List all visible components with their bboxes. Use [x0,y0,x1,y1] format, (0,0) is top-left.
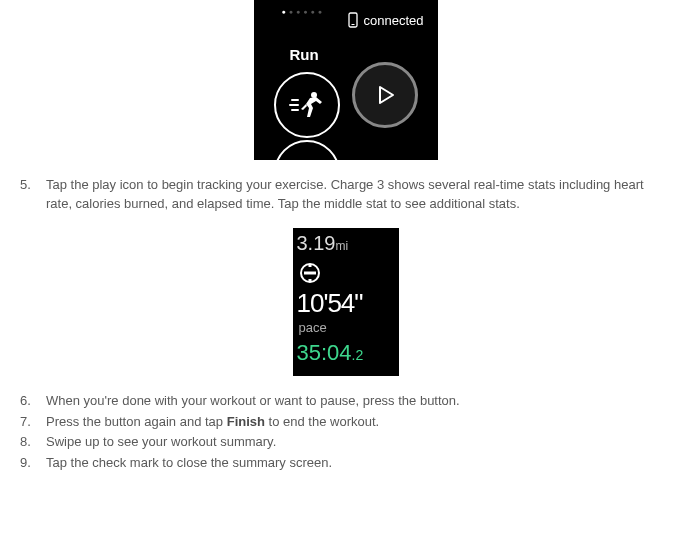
step-number: 8. [18,433,46,452]
runner-icon [288,90,326,120]
next-mode-circle [274,140,340,160]
svg-rect-8 [308,265,311,267]
connected-status: connected [348,12,424,28]
finish-bold: Finish [227,414,265,429]
distance-value: 3.19 [297,232,336,254]
step-text: When you're done with your workout or wa… [46,392,673,411]
elapsed-main: 35:04 [297,340,352,365]
step-text: Tap the play icon to begin tracking your… [46,176,673,214]
step-number: 5. [18,176,46,214]
pace-value: 10'54" [297,288,363,319]
device-screenshot-stats: 3.19mi 10'54" pace 35:04.2 [293,228,399,376]
pager-dots: ●●●●●● [282,8,325,15]
play-button-circle [352,62,418,128]
step-number: 6. [18,392,46,411]
step-9: 9. Tap the check mark to close the summa… [18,454,673,473]
step-8: 8. Swipe up to see your workout summary. [18,433,673,452]
step-7: 7. Press the button again and tap Finish… [18,413,673,432]
device-screenshot-run: ●●●●●● connected Run [254,0,438,160]
step-text: Swipe up to see your workout summary. [46,433,673,452]
step-5: 5. Tap the play icon to begin tracking y… [18,176,673,214]
svg-rect-7 [304,271,316,274]
step-number: 9. [18,454,46,473]
distance-unit: mi [335,239,348,253]
step-number: 7. [18,413,46,432]
steps-icon [299,262,321,287]
phone-icon [348,12,358,28]
mode-label: Run [290,46,319,63]
step-6: 6. When you're done with your workout or… [18,392,673,411]
play-icon [374,84,396,106]
elapsed-time: 35:04.2 [297,340,364,366]
connected-label: connected [364,13,424,28]
step-text: Tap the check mark to close the summary … [46,454,673,473]
run-circle [274,72,340,138]
svg-rect-9 [308,279,311,281]
pace-label: pace [299,320,327,335]
step-text: Press the button again and tap Finish to… [46,413,673,432]
elapsed-fraction: .2 [352,347,364,363]
svg-rect-1 [351,24,354,25]
distance-readout: 3.19mi [297,232,349,255]
